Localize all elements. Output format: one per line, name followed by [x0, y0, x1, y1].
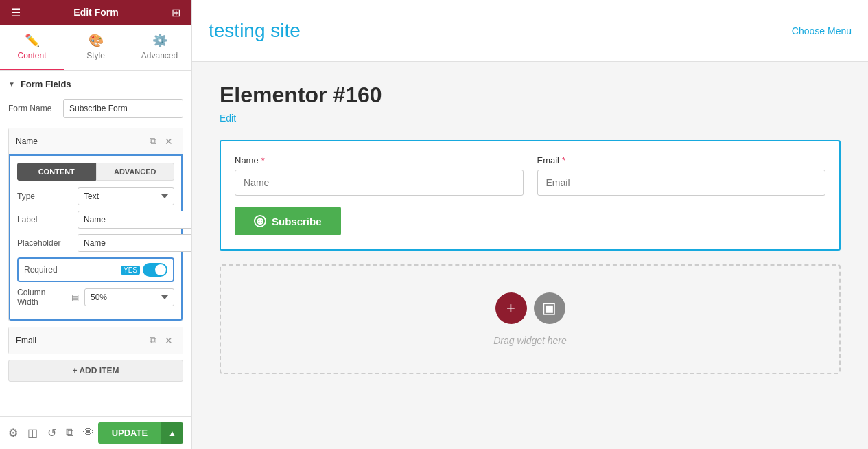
drag-widget-area: + ▣ Drag widget here — [220, 264, 841, 374]
content-tab-label: Content — [17, 51, 46, 60]
field-item-email-header[interactable]: Email ⧉ ✕ — [9, 327, 183, 354]
left-panel: ☰ Edit Form ⊞ ✏️ Content 🎨 Style ⚙️ Adva… — [0, 0, 192, 449]
field-item-name: Name ⧉ ✕ CONTENT ADVANCED Type Text — [8, 128, 183, 321]
required-row: Required YES — [17, 257, 174, 282]
eye-icon[interactable]: 👁 — [83, 426, 94, 439]
update-arrow-button[interactable]: ▲ — [161, 422, 183, 444]
field-sub-tabs: CONTENT ADVANCED — [17, 163, 174, 181]
form-name-field-label: Name * — [235, 155, 524, 165]
form-fields-row: Name * Email * — [235, 155, 825, 196]
email-remove-btn[interactable]: ✕ — [162, 333, 176, 347]
required-toggle[interactable] — [143, 263, 167, 277]
grid-icon[interactable]: ⊞ — [172, 6, 180, 19]
subscribe-button[interactable]: ⊕ Subscribe — [235, 207, 341, 235]
advanced-tab-label: Advanced — [141, 51, 178, 60]
tab-advanced[interactable]: ⚙️ Advanced — [128, 25, 191, 70]
footer-icons: ⚙ ◫ ↺ ⧉ 👁 — [8, 426, 94, 439]
hamburger-icon[interactable]: ☰ — [11, 6, 21, 19]
form-name-label-text: Name — [235, 155, 259, 165]
placeholder-input[interactable] — [78, 234, 191, 252]
add-section-button[interactable]: + — [495, 292, 527, 324]
choose-menu-button[interactable]: Choose Menu — [792, 25, 852, 36]
layers-icon[interactable]: ◫ — [27, 426, 38, 439]
column-width-icon: ▤ — [71, 292, 79, 302]
tab-content[interactable]: ✏️ Content — [0, 25, 64, 70]
advanced-tab-icon: ⚙️ — [152, 33, 167, 48]
field-placeholder-row: Placeholder — [17, 234, 174, 252]
field-type-row: Type Text — [17, 187, 174, 205]
field-duplicate-btn[interactable]: ⧉ — [147, 134, 159, 148]
panel-tabs: ✏️ Content 🎨 Style ⚙️ Advanced — [0, 25, 191, 71]
panel-header: ☰ Edit Form ⊞ — [0, 0, 191, 25]
footer-actions: UPDATE ▲ — [98, 422, 183, 444]
field-remove-btn[interactable]: ✕ — [162, 134, 176, 148]
subscribe-label: Subscribe — [272, 216, 322, 227]
sub-tab-content[interactable]: CONTENT — [17, 163, 96, 181]
undo-icon[interactable]: ↺ — [47, 426, 56, 439]
site-title: testing site — [209, 20, 301, 42]
chevron-icon: ▼ — [8, 80, 15, 88]
field-label-row: Label — [17, 211, 174, 229]
field-item-name-body: CONTENT ADVANCED Type Text Label — [9, 154, 183, 321]
type-select[interactable]: Text — [78, 187, 174, 205]
edit-link[interactable]: Edit — [220, 113, 236, 124]
content-tab-icon: ✏️ — [25, 33, 40, 48]
toggle-yes-label: YES — [121, 266, 140, 275]
label-input[interactable] — [78, 211, 191, 229]
tab-style[interactable]: 🎨 Style — [64, 25, 128, 70]
form-email-label-text: Email — [537, 155, 560, 165]
required-toggle-wrap[interactable]: YES — [121, 263, 167, 277]
panel-title: Edit Form — [73, 7, 118, 18]
settings-icon[interactable]: ⚙ — [8, 426, 18, 439]
form-fields-title: Form Fields — [21, 79, 71, 89]
style-tab-icon: 🎨 — [89, 33, 104, 48]
sub-tab-advanced[interactable]: ADVANCED — [96, 163, 175, 181]
subscribe-icon: ⊕ — [254, 215, 266, 227]
form-name-group: Name * — [235, 155, 524, 196]
copy-icon[interactable]: ⧉ — [66, 426, 73, 439]
email-field-buttons: ⧉ ✕ — [147, 333, 176, 347]
column-width-select[interactable]: 50% 100% 33% — [84, 288, 174, 306]
required-label: Required — [24, 265, 58, 275]
field-item-buttons: ⧉ ✕ — [147, 134, 176, 148]
column-width-label: Column Width ▤ — [17, 288, 79, 307]
drag-widget-buttons: + ▣ — [495, 292, 565, 324]
form-name-input[interactable] — [235, 170, 524, 196]
style-tab-label: Style — [86, 51, 105, 60]
email-duplicate-btn[interactable]: ⧉ — [147, 333, 159, 347]
name-required-star: * — [261, 155, 265, 165]
main-area: testing site Choose Menu Elementor #160 … — [192, 0, 868, 449]
form-name-input[interactable] — [63, 99, 183, 118]
form-email-input[interactable] — [537, 170, 826, 196]
update-button[interactable]: UPDATE — [98, 422, 161, 444]
panel-footer: ⚙ ◫ ↺ ⧉ 👁 UPDATE ▲ — [0, 416, 191, 449]
form-widget: Name * Email * ⊕ Subscribe — [220, 140, 841, 251]
main-topbar: testing site Choose Menu — [192, 0, 868, 62]
email-required-star: * — [562, 155, 565, 165]
field-name-label: Name — [16, 137, 147, 146]
page-title: Elementor #160 — [220, 82, 841, 108]
col-width-text: Column Width — [17, 288, 69, 307]
form-fields-header[interactable]: ▼ Form Fields — [8, 79, 183, 89]
form-name-label: Form Name — [8, 104, 56, 113]
column-width-row: Column Width ▤ 50% 100% 33% — [17, 288, 174, 307]
add-template-button[interactable]: ▣ — [534, 292, 565, 324]
panel-body: ▼ Form Fields Form Name Name ⧉ ✕ CONTENT — [0, 71, 191, 416]
field-email-label: Email — [16, 336, 147, 345]
form-email-group: Email * — [537, 155, 826, 196]
type-label: Type — [17, 192, 72, 201]
placeholder-label: Placeholder — [17, 238, 72, 248]
label-label: Label — [17, 215, 72, 224]
field-item-name-header[interactable]: Name ⧉ ✕ — [9, 128, 183, 154]
form-email-field-label: Email * — [537, 155, 826, 165]
drag-text: Drag widget here — [493, 335, 567, 346]
main-content: Elementor #160 Edit Name * Email * — [192, 62, 868, 449]
form-name-row: Form Name — [8, 99, 183, 118]
field-item-email: Email ⧉ ✕ — [8, 327, 183, 354]
add-item-button[interactable]: + ADD ITEM — [8, 360, 183, 382]
